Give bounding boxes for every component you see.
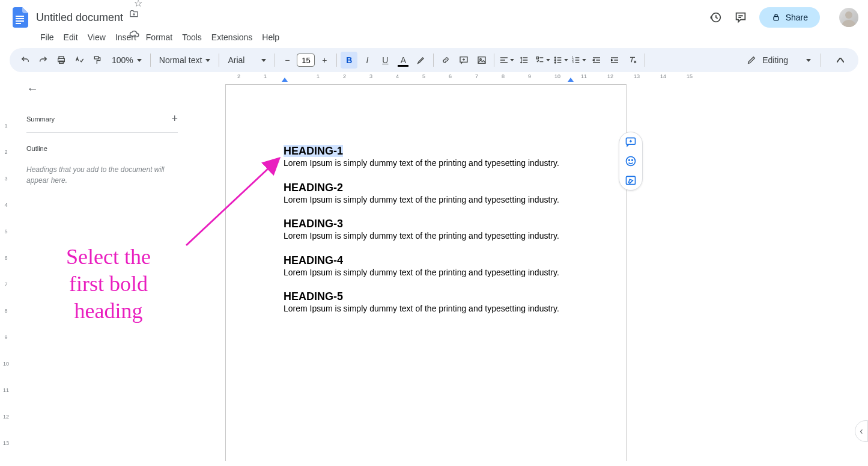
summary-label: Summary [26, 115, 55, 123]
document-heading[interactable]: HEADING-4 [284, 254, 343, 266]
menu-help[interactable]: Help [258, 30, 284, 44]
highlight-button[interactable] [413, 52, 429, 69]
document-page[interactable]: HEADING-1Lorem Ipsum is simply dummy tex… [225, 84, 627, 461]
line-spacing-dropdown[interactable] [516, 52, 533, 69]
svg-point-24 [632, 160, 633, 161]
text-color-button[interactable]: A [395, 52, 411, 69]
insert-comment-button[interactable] [455, 52, 472, 69]
menu-edit[interactable]: Edit [59, 30, 82, 44]
clear-formatting-button[interactable] [624, 52, 641, 69]
emoji-reaction-icon[interactable] [625, 155, 637, 167]
italic-button[interactable]: I [359, 52, 375, 69]
svg-rect-9 [59, 61, 64, 63]
svg-text:3: 3 [572, 61, 574, 64]
document-paragraph[interactable]: Lorem Ipsum is simply dummy text of the … [284, 230, 568, 242]
underline-button[interactable]: U [377, 52, 393, 69]
document-title[interactable]: Untitled document [36, 11, 123, 24]
outline-hint: Headings that you add to the document wi… [26, 164, 178, 186]
add-summary-button[interactable]: + [171, 112, 178, 125]
increase-font-button[interactable]: + [316, 52, 333, 69]
menu-tools[interactable]: Tools [178, 30, 206, 44]
collapse-toolbar-button[interactable] [830, 52, 851, 69]
indent-marker-right[interactable] [568, 78, 574, 82]
svg-point-23 [629, 160, 630, 161]
increase-indent-button[interactable] [606, 52, 623, 69]
svg-point-16 [554, 60, 556, 61]
document-heading[interactable]: HEADING-1 [284, 145, 343, 157]
outline-collapse-button[interactable]: ← [26, 82, 178, 96]
toolbar: 100% Normal text Arial − + B I U A 123 E… [10, 48, 858, 72]
menu-extensions[interactable]: Extensions [207, 30, 256, 44]
svg-rect-10 [94, 57, 99, 59]
redo-button[interactable] [35, 52, 52, 69]
document-paragraph[interactable]: Lorem Ipsum is simply dummy text of the … [284, 267, 568, 279]
svg-rect-14 [536, 57, 538, 59]
svg-point-15 [554, 57, 556, 58]
align-dropdown[interactable] [498, 52, 515, 69]
document-heading[interactable]: HEADING-3 [284, 218, 343, 230]
title-bar: Untitled document ☆ Share [0, 0, 868, 30]
svg-point-6 [845, 11, 852, 19]
outline-label: Outline [26, 145, 178, 152]
add-comment-icon[interactable] [625, 136, 637, 148]
decrease-font-button[interactable]: − [279, 52, 296, 69]
svg-rect-0 [16, 16, 24, 17]
menu-format[interactable]: Format [142, 30, 177, 44]
document-heading[interactable]: HEADING-5 [284, 290, 343, 302]
indent-marker-left[interactable] [282, 78, 288, 82]
horizontal-ruler: 21123456789101112131415 [225, 72, 868, 83]
vertical-ruler: 12345678910111213 [0, 72, 12, 461]
checklist-dropdown[interactable] [534, 52, 551, 69]
editing-mode-dropdown[interactable]: Editing [741, 55, 817, 65]
comments-icon[interactable] [734, 11, 747, 24]
insert-link-button[interactable] [437, 52, 454, 69]
docs-logo-icon[interactable] [10, 7, 31, 28]
outline-panel: ← Summary + Outline Headings that you ad… [12, 72, 192, 461]
document-heading[interactable]: HEADING-2 [284, 182, 343, 194]
svg-rect-3 [16, 23, 21, 24]
move-icon[interactable] [129, 9, 147, 19]
font-size-input[interactable] [297, 54, 315, 67]
numbered-list-dropdown[interactable]: 123 [570, 52, 587, 69]
insert-image-button[interactable] [473, 52, 490, 69]
undo-button[interactable] [17, 52, 34, 69]
menu-bar: File Edit View Insert Format Tools Exten… [0, 30, 868, 48]
svg-rect-1 [16, 18, 24, 19]
spellcheck-button[interactable] [71, 52, 88, 69]
svg-rect-25 [627, 176, 636, 184]
document-paragraph[interactable]: Lorem Ipsum is simply dummy text of the … [284, 303, 568, 315]
svg-rect-2 [16, 20, 24, 22]
bold-button[interactable]: B [341, 52, 357, 69]
floating-actions [619, 132, 643, 191]
share-button[interactable]: Share [759, 7, 820, 28]
paint-format-button[interactable] [89, 52, 106, 69]
share-label: Share [786, 13, 808, 22]
svg-point-22 [627, 157, 636, 166]
star-icon[interactable]: ☆ [134, 0, 142, 8]
menu-view[interactable]: View [83, 30, 110, 44]
print-button[interactable] [53, 52, 70, 69]
decrease-indent-button[interactable] [588, 52, 605, 69]
zoom-dropdown[interactable]: 100% [107, 52, 147, 69]
paragraph-style-dropdown[interactable]: Normal text [154, 52, 216, 69]
account-avatar[interactable] [839, 8, 858, 27]
document-paragraph[interactable]: Lorem Ipsum is simply dummy text of the … [284, 194, 568, 206]
document-paragraph[interactable]: Lorem Ipsum is simply dummy text of the … [284, 158, 568, 170]
history-icon[interactable] [709, 11, 722, 24]
svg-point-17 [554, 62, 556, 63]
font-family-dropdown[interactable]: Arial [223, 52, 271, 69]
menu-file[interactable]: File [36, 30, 58, 44]
document-canvas: 21123456789101112131415 HEADING-1Lorem I… [192, 72, 868, 461]
svg-rect-12 [478, 57, 485, 64]
bulleted-list-dropdown[interactable] [552, 52, 569, 69]
menu-insert[interactable]: Insert [111, 30, 141, 44]
svg-rect-5 [774, 17, 778, 20]
suggest-edits-icon[interactable] [625, 174, 637, 186]
